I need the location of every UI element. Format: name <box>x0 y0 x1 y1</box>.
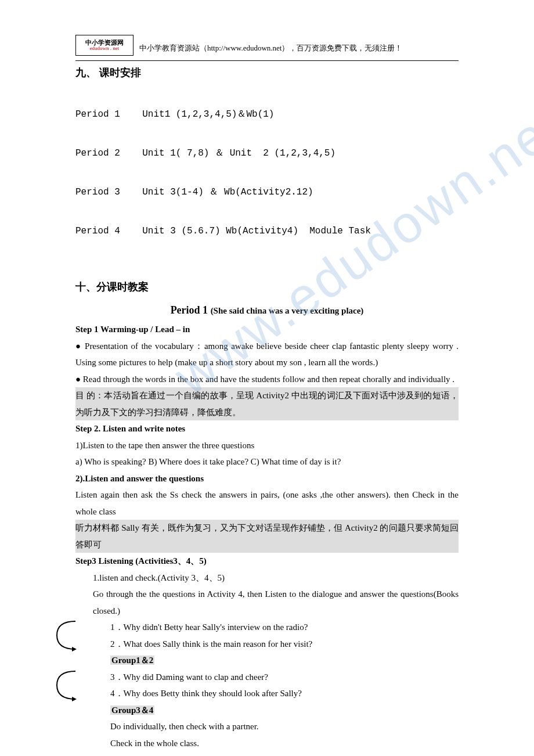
step2-note: 听力材料都 Sally 有关，既作为复习，又为下文对话呈现作好铺垫，但 Acti… <box>75 520 459 553</box>
step3-q2: 2．What does Sally think is the main reas… <box>75 636 459 653</box>
step1-heading: Step 1 Warming-up / Lead – in <box>75 321 459 338</box>
page-header: 中小学资源网 edudown . net 中小学教育资源站（http://www… <box>75 35 459 56</box>
step3-l1: 1.listen and check.(Activity 3、4、5) <box>75 570 459 586</box>
header-divider <box>75 60 459 61</box>
step2-heading: Step 2. Listen and write notes <box>75 420 459 437</box>
step2-l3: 2).Listen and answer the questions <box>75 470 459 487</box>
step3-q1: 1．Why didn't Betty hear Sally's intervie… <box>75 619 459 636</box>
step1-p2: ● Read through the words in the box and … <box>75 371 459 388</box>
section-9-title: 九、 课时安排 <box>75 66 459 80</box>
step1-p1: ● Presentation of the vocabulary：among a… <box>75 338 459 371</box>
step3-heading: Step3 Listening (Activities3、4、5) <box>75 553 459 570</box>
step2-l2: a) Who is speaking? B) Where does it tak… <box>75 453 459 470</box>
step3-q3: 3．Why did Daming want to clap and cheer? <box>75 669 459 686</box>
period-schedule: Period 1 Unit1 (1,2,3,4,5)＆Wb(1) Period … <box>75 82 459 264</box>
schedule-row: Period 3 Unit 3(1-4) ＆ Wb(Activity2.12) <box>75 186 459 199</box>
site-logo: 中小学资源网 edudown . net <box>75 35 134 56</box>
question-group-2: 3．Why did Daming want to clap and cheer?… <box>75 669 459 719</box>
period1-number: Period 1 <box>171 304 208 316</box>
step2-l4: Listen again then ask the Ss check the a… <box>75 487 459 520</box>
group-1-2-label: Group1＆2 <box>110 656 154 665</box>
step3-l3: Do individually, then check with a partn… <box>75 718 459 735</box>
step3-l5: 2. Listen and repeat the dialogue. Chang… <box>75 751 459 756</box>
step1-purpose: 目 的：本活动旨在通过一个自编的故事，呈现 Activity2 中出现的词汇及下… <box>75 387 459 420</box>
question-group-1: 1．Why didn't Betty hear Sally's intervie… <box>75 619 459 669</box>
section-10-title: 十、分课时教案 <box>75 280 459 294</box>
schedule-row: Period 1 Unit1 (1,2,3,4,5)＆Wb(1) <box>75 108 459 121</box>
schedule-row: Period 4 Unit 3 (5.6.7) Wb(Activity4) Mo… <box>75 225 459 237</box>
brace-arrow-icon <box>52 619 81 653</box>
step3-l2: Go through the the questions in Activity… <box>75 586 459 619</box>
period1-title: Period 1 (She said china was a very exci… <box>75 304 459 316</box>
header-caption: 中小学教育资源站（http://www.edudown.net），百万资源免费下… <box>139 43 402 56</box>
brace-arrow-icon <box>52 669 81 703</box>
step1-block: Step 1 Warming-up / Lead – in ● Presenta… <box>75 321 459 420</box>
group-3-4-label: Group3＆4 <box>110 705 154 715</box>
period1-subtitle: (She said china was a very exciting plac… <box>211 306 364 315</box>
step3-block: Step3 Listening (Activities3、4、5) 1.list… <box>75 553 459 756</box>
step2-block: Step 2. Listen and write notes 1)Listen … <box>75 420 459 553</box>
schedule-row: Period 2 Unit 1( 7,8) ＆ Unit 2 (1,2,3,4,… <box>75 147 459 160</box>
step3-q4: 4．Why does Betty think they should look … <box>75 685 459 702</box>
step3-l4: Check in the whole class. <box>75 735 459 752</box>
step2-l1: 1)Listen to the tape then answer the thr… <box>75 437 459 454</box>
logo-text-bottom: edudown . net <box>90 46 120 52</box>
